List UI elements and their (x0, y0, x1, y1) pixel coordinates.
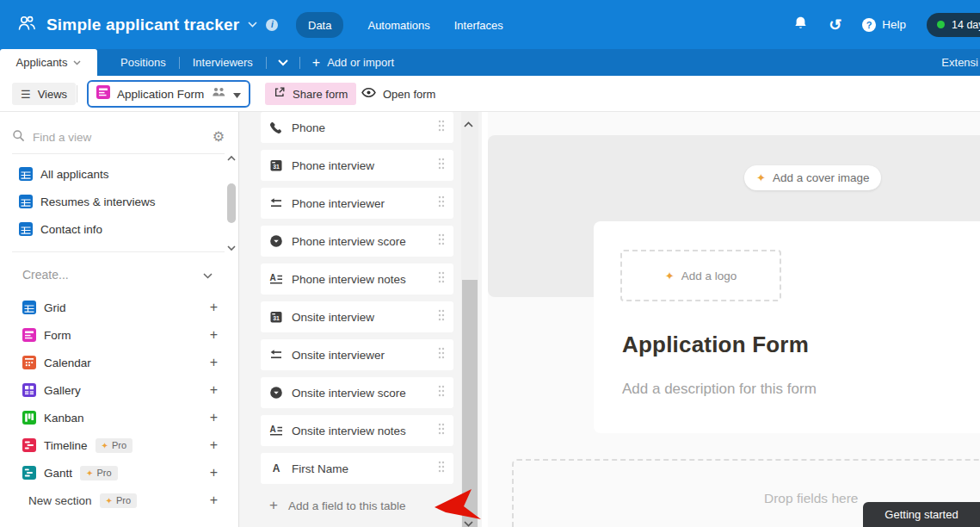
sidebar-divider (12, 251, 225, 252)
sparkle-icon: ✦ (86, 468, 93, 478)
plus-icon: + (269, 497, 278, 514)
views-sidebar: ⚙ All applicants Resumes & interviews Co… (0, 112, 239, 527)
date-field-icon: 31 (269, 158, 283, 172)
linked-record-field-icon (269, 196, 283, 210)
views-menu-button[interactable]: ☰ Views (12, 83, 76, 105)
table-tab-interviewers[interactable]: Interviewers (180, 49, 266, 76)
scroll-up-icon[interactable] (227, 155, 236, 161)
drag-handle[interactable] (438, 309, 445, 325)
top-bar: Simple applicant tracker i Data Automati… (0, 0, 980, 49)
form-view-icon (22, 328, 36, 342)
create-kanban-view-item[interactable]: Kanban + (0, 404, 238, 431)
trial-countdown-badge[interactable]: 14 days (927, 0, 980, 49)
add-timeline-view-button[interactable]: + (210, 437, 218, 453)
help-button[interactable]: ? Help (862, 18, 906, 32)
add-logo-button[interactable]: ✦ Add a logo (620, 250, 781, 301)
grid-view-icon (19, 195, 33, 208)
open-form-button[interactable]: Open form (361, 83, 435, 105)
create-gantt-view-item[interactable]: Gantt ✦Pro + (0, 459, 238, 487)
timeline-view-icon (22, 438, 36, 452)
field-card-phone-interview-notes[interactable]: A Phone interview notes (261, 264, 453, 294)
single-select-field-icon (269, 234, 283, 248)
sidebar-view-all-applicants[interactable]: All applicants (12, 160, 212, 188)
nav-tab-data[interactable]: Data (296, 12, 343, 38)
view-list-scrollbar[interactable] (225, 155, 238, 251)
svg-text:31: 31 (273, 164, 280, 170)
drag-handle[interactable] (438, 347, 445, 363)
add-kanban-view-button[interactable]: + (210, 410, 218, 425)
table-tab-applicants[interactable]: Applicants (0, 49, 97, 76)
grid-view-icon (19, 167, 33, 181)
long-text-field-icon: A (269, 272, 283, 286)
create-timeline-view-item[interactable]: Timeline ✦Pro + (0, 431, 238, 459)
view-switcher-dropdown[interactable]: Application Form (87, 80, 250, 108)
base-info-icon[interactable]: i (266, 19, 278, 31)
add-form-view-button[interactable]: + (210, 327, 218, 343)
scroll-down-icon[interactable] (227, 245, 236, 251)
date-field-icon: 31 (269, 310, 283, 324)
sparkle-icon: ✦ (106, 496, 113, 505)
add-gantt-view-button[interactable]: + (210, 465, 218, 480)
drag-handle[interactable] (438, 158, 445, 173)
base-history-icon[interactable]: ↺ (829, 17, 841, 33)
add-grid-view-button[interactable]: + (210, 300, 218, 315)
drag-handle[interactable] (438, 120, 445, 135)
svg-text:31: 31 (273, 315, 280, 321)
share-icon (274, 86, 286, 102)
drop-fields-label: Drop fields here (764, 491, 858, 506)
field-card-onsite-interviewer[interactable]: Onsite interviewer (261, 339, 453, 370)
kanban-view-icon (22, 411, 36, 425)
field-card-onsite-interview-notes[interactable]: A Onsite interview notes (261, 415, 453, 446)
field-card-phone-interview-score[interactable]: Phone interview score (261, 226, 453, 257)
nav-tab-interfaces[interactable]: Interfaces (454, 17, 503, 33)
add-field-to-table-button[interactable]: + Add a field to this table (269, 493, 406, 518)
sidebar-divider (12, 153, 225, 154)
field-card-phone-interview[interactable]: 31 Phone interview (261, 150, 453, 181)
field-card-first-name[interactable]: A First Name (261, 453, 453, 484)
add-or-import-button[interactable]: + Add or import (300, 49, 406, 76)
scrollbar-thumb[interactable] (227, 183, 236, 223)
table-list-chevron-down-icon[interactable] (267, 49, 299, 76)
extensions-tab[interactable]: Extensi (941, 49, 980, 76)
create-section-header[interactable]: Create... (0, 264, 225, 286)
add-calendar-view-button[interactable]: + (210, 355, 218, 370)
drag-handle[interactable] (438, 195, 445, 211)
add-new-section-button[interactable]: + (210, 493, 218, 508)
notifications-bell-icon[interactable] (793, 16, 808, 34)
create-calendar-view-item[interactable]: Calendar + (0, 349, 238, 376)
drag-handle[interactable] (438, 385, 445, 400)
sidebar-view-contact-info[interactable]: Contact info (12, 215, 212, 243)
base-title[interactable]: Simple applicant tracker (46, 16, 239, 34)
svg-text:A: A (270, 273, 276, 282)
drag-handle[interactable] (438, 271, 445, 287)
create-form-view-item[interactable]: Form + (0, 321, 238, 349)
collaborators-icon (212, 86, 226, 102)
form-card: ✦ Add a logo Application Form Add a desc… (594, 221, 980, 433)
add-cover-image-button[interactable]: ✦ Add a cover image (744, 165, 881, 190)
create-new-section-item[interactable]: New section ✦Pro + (0, 487, 238, 514)
single-line-text-field-icon: A (269, 462, 283, 475)
field-card-phone[interactable]: Phone (261, 112, 453, 143)
field-card-phone-interviewer[interactable]: Phone interviewer (261, 188, 453, 219)
nav-tab-automations[interactable]: Automations (367, 17, 429, 33)
view-settings-gear-icon[interactable]: ⚙ (213, 130, 225, 144)
table-tab-positions[interactable]: Positions (108, 49, 179, 76)
field-card-onsite-interview[interactable]: 31 Onsite interview (261, 301, 453, 332)
add-gallery-view-button[interactable]: + (210, 382, 218, 398)
create-grid-view-item[interactable]: Grid + (0, 294, 238, 321)
sparkle-icon: ✦ (665, 270, 675, 282)
share-form-button[interactable]: Share form (265, 83, 356, 105)
scroll-up-icon[interactable] (464, 115, 473, 131)
drag-handle[interactable] (438, 461, 445, 476)
form-description-placeholder[interactable]: Add a description for this form (622, 381, 817, 398)
drag-handle[interactable] (438, 423, 445, 438)
field-card-onsite-interview-score[interactable]: Onsite interview score (261, 377, 453, 408)
base-title-chevron-down-icon[interactable] (248, 22, 257, 28)
drag-handle[interactable] (438, 233, 445, 249)
table-tab-chevron-down-icon (73, 60, 81, 65)
create-gallery-view-item[interactable]: Gallery + (0, 376, 238, 404)
getting-started-panel[interactable]: Getting started (863, 502, 980, 527)
sidebar-view-resumes-interviews[interactable]: Resumes & interviews (12, 188, 212, 215)
form-title[interactable]: Application Form (622, 332, 809, 358)
find-a-view-input[interactable] (33, 131, 205, 144)
